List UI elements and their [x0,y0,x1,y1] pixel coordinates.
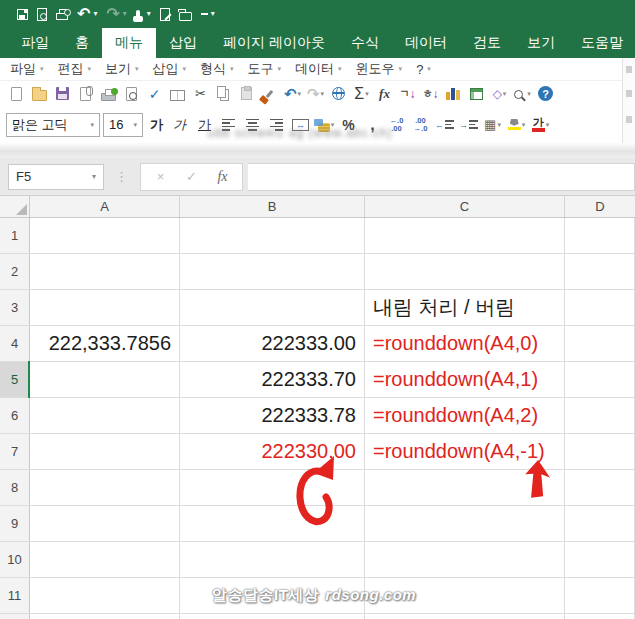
tab-formulas[interactable]: 수식 [338,28,392,58]
cell-B3[interactable] [180,290,365,325]
chart-button[interactable] [443,83,464,105]
cell-A5[interactable] [30,362,180,397]
cell-D4[interactable] [565,326,635,361]
cell-A3[interactable] [30,290,180,325]
cell-B5[interactable]: 222333.70 [180,362,365,397]
cell-D5[interactable] [565,362,635,397]
cell-C2[interactable] [365,254,565,289]
cell-B2[interactable] [180,254,365,289]
row-header-8[interactable]: 8 [0,470,30,505]
formula-input[interactable] [248,163,635,191]
print-button[interactable] [98,83,119,105]
row-header-5[interactable]: 5 [0,362,30,397]
row-header-11[interactable]: 11 [0,578,30,613]
row-header-10[interactable]: 10 [0,542,30,577]
sort-descending-button[interactable]: ㅎ↓ [420,83,441,105]
tab-page-layout[interactable]: 페이지 레이아웃 [210,28,338,58]
cell-B1[interactable] [180,218,365,253]
chevron-down-icon[interactable]: ▾ [522,121,526,129]
cell-A4[interactable]: 222,333.7856 [30,326,180,361]
cancel-button[interactable]: × [145,169,176,184]
chevron-down-icon[interactable]: ▾ [503,90,507,98]
preview-button[interactable] [121,83,142,105]
bold-button[interactable]: 가 [146,114,167,136]
cell-C9[interactable] [365,506,565,541]
redo-button[interactable]: ↷▾ [106,2,126,26]
chevron-down-icon[interactable]: ▾ [93,10,97,18]
insert-function-button[interactable]: fx [374,83,395,105]
customize-qat-button[interactable]: ▾ [201,2,215,26]
cell-A8[interactable] [30,470,180,505]
row-header-6[interactable]: 6 [0,398,30,433]
column-header-A[interactable]: A [30,196,180,217]
hyperlink-button[interactable] [328,83,349,105]
cell-D1[interactable] [565,218,635,253]
cell-D10[interactable] [565,542,635,577]
column-header-D[interactable]: D [565,196,635,217]
tab-insert[interactable]: 삽입 [156,28,210,58]
row-header-9[interactable]: 9 [0,506,30,541]
cell-C8[interactable] [365,470,565,505]
font-size-select[interactable]: 16▾ [103,113,143,137]
select-all-corner[interactable] [0,196,30,217]
pivot-table-button[interactable] [466,83,487,105]
help-button[interactable]: ? [535,83,556,105]
undo-button-toolbar[interactable]: ↶▾ [282,83,303,105]
reading-view-button[interactable] [167,83,188,105]
menu-item-tools[interactable]: 도구▾ [248,60,282,78]
find-button[interactable]: ▾ [512,83,533,105]
column-header-B[interactable]: B [180,196,365,217]
new-document-button[interactable] [6,83,27,105]
shapes-button[interactable]: ◇▾ [489,83,510,105]
cell-B6[interactable]: 222333.78 [180,398,365,433]
spelling-button[interactable]: ✓ [144,83,165,105]
font-color-button[interactable]: 가▾ [530,114,551,136]
menu-item-file[interactable]: 파일▾ [10,60,44,78]
copy-button[interactable] [213,83,234,105]
name-box[interactable]: F5 ▾ [8,164,104,190]
cell-D2[interactable] [565,254,635,289]
chevron-down-icon[interactable]: ▾ [527,90,531,98]
format-painter-button[interactable] [259,83,280,105]
tab-home[interactable]: 홈 [62,28,102,58]
enter-button[interactable]: ✓ [176,169,207,184]
tab-menu[interactable]: 메뉴 [102,28,156,58]
cell-C10[interactable] [365,542,565,577]
menu-item-data[interactable]: 데이터▾ [295,60,342,78]
tab-file[interactable]: 파일 [8,28,62,58]
cell-A2[interactable] [30,254,180,289]
menu-item-format[interactable]: 형식▾ [200,60,234,78]
chevron-down-icon[interactable]: ▾ [147,10,151,18]
touch-mode-button[interactable]: ▾ [136,2,151,26]
tab-view[interactable]: 보기 [514,28,568,58]
row-header-7[interactable]: 7 [0,434,30,469]
cell-C6[interactable]: =rounddown(A4,2) [365,398,565,433]
tab-data[interactable]: 데이터 [392,28,460,58]
quick-print-button[interactable] [56,2,68,26]
column-header-C[interactable]: C [365,196,565,217]
undo-button[interactable]: ↶▾ [77,2,97,26]
menu-item-help[interactable]: ?▾ [416,62,431,77]
chevron-down-icon[interactable]: ▾ [92,172,96,181]
chevron-down-icon[interactable]: ▾ [497,121,501,129]
form-edit-button[interactable] [160,2,170,26]
increase-indent-button[interactable]: → [458,114,479,136]
cell-C5[interactable]: =rounddown(A4,1) [365,362,565,397]
chevron-down-icon[interactable]: ▾ [365,90,369,98]
menu-item-insert[interactable]: 삽입▾ [153,60,187,78]
chevron-down-icon[interactable]: ▾ [298,90,302,98]
cell-A9[interactable] [30,506,180,541]
row-header-1[interactable]: 1 [0,218,30,253]
save-button[interactable] [17,2,28,26]
paste-button[interactable] [236,83,257,105]
tab-help[interactable]: 도움말 [568,28,635,58]
cell-D11[interactable] [565,578,635,613]
decrease-indent-button[interactable]: ← [434,114,455,136]
row-header-4[interactable]: 4 [0,326,30,361]
cell-C4[interactable]: =rounddown(A4,0) [365,326,565,361]
tab-review[interactable]: 검토 [460,28,514,58]
cell-B7[interactable]: 222330.00 [180,434,365,469]
cut-button[interactable]: ✂ [190,83,211,105]
save-button-toolbar[interactable] [52,83,73,105]
cell-D6[interactable] [565,398,635,433]
